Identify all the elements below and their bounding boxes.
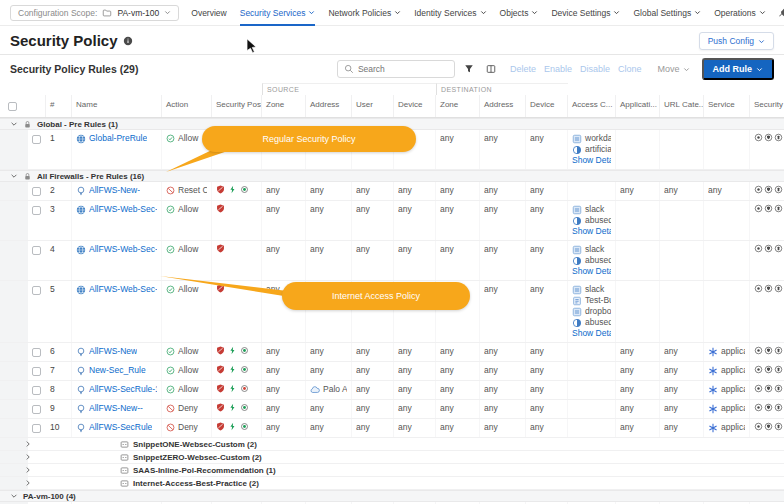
security-profile-icon[interactable]	[774, 422, 783, 431]
show-detail-link[interactable]: Show Detail	[572, 226, 611, 237]
snippet-snippetzero-websec-custom-2[interactable]: SnippetZERO-Websec-Custom (2)	[0, 451, 784, 464]
show-detail-link[interactable]: Show Detail	[572, 328, 611, 339]
info-icon[interactable]	[123, 36, 133, 46]
security-profile-icon[interactable]	[764, 384, 773, 393]
posture-status-green-icon[interactable]	[240, 403, 249, 412]
nav-overview[interactable]: Overview	[191, 0, 226, 26]
posture-bolt-icon[interactable]	[228, 185, 237, 194]
security-posture-shield-icon[interactable]	[216, 185, 225, 194]
security-profile-icon[interactable]	[764, 346, 773, 355]
security-posture-shield-icon[interactable]	[216, 244, 225, 253]
col-name[interactable]: Name	[72, 95, 162, 117]
select-all-checkbox[interactable]	[8, 102, 17, 111]
posture-status-green-icon[interactable]	[240, 346, 249, 355]
security-posture-shield-icon[interactable]	[216, 346, 225, 355]
rule-name-link[interactable]: AllFWS-New--	[89, 403, 143, 414]
col-zone[interactable]: Zone	[436, 95, 480, 117]
row-checkbox[interactable]	[32, 405, 41, 414]
security-profile-icon[interactable]	[774, 133, 783, 142]
section-all-firewalls-pre-rules-16[interactable]: All Firewalls - Pre Rules (16)	[0, 170, 784, 182]
posture-status-green-icon[interactable]	[240, 365, 249, 374]
security-profile-icon[interactable]	[774, 185, 783, 194]
show-detail-link[interactable]: Show Detail	[572, 266, 611, 277]
security-profile-icon[interactable]	[754, 346, 763, 355]
nav-global-settings[interactable]: Global Settings	[633, 0, 701, 26]
posture-bolt-icon[interactable]	[228, 384, 237, 393]
col-url-cate[interactable]: URL Cate...	[660, 95, 704, 117]
nav-objects[interactable]: Objects	[500, 0, 539, 26]
pin-icon[interactable]	[778, 8, 784, 18]
push-config-button[interactable]: Push Config	[699, 32, 774, 50]
snippet-internet-access-best-practice-2[interactable]: Internet-Access-Best-Practice (2)	[0, 477, 784, 490]
rule-name-link[interactable]: AllFWS-Web-Sec-Rule-1...	[89, 284, 157, 295]
col-access-c[interactable]: Access C...	[568, 95, 616, 117]
security-profile-icon[interactable]	[774, 403, 783, 412]
security-posture-shield-icon[interactable]	[216, 365, 225, 374]
filter-icon[interactable]	[462, 62, 477, 77]
security-profile-icon[interactable]	[774, 244, 783, 253]
search-input[interactable]	[358, 64, 448, 74]
chevron-right-icon[interactable]	[24, 479, 32, 487]
rule-name-link[interactable]: AllFWS-SecRule-1	[89, 384, 157, 395]
security-profile-icon[interactable]	[764, 284, 773, 293]
posture-bolt-icon[interactable]	[228, 422, 237, 431]
security-profile-icon[interactable]	[754, 403, 763, 412]
enable-button[interactable]: Enable	[544, 64, 572, 74]
rule-name-link[interactable]: AllFWS-New	[89, 346, 137, 357]
rule-name-link[interactable]: Global-PreRule	[89, 133, 147, 144]
security-profile-icon[interactable]	[754, 365, 763, 374]
posture-status-green-icon[interactable]	[240, 422, 249, 431]
chevron-down-icon[interactable]	[10, 172, 18, 180]
row-checkbox[interactable]	[32, 367, 41, 376]
security-profile-icon[interactable]	[774, 365, 783, 374]
row-checkbox[interactable]	[32, 286, 41, 295]
rule-name-link[interactable]: AllFWS-New-	[89, 185, 140, 196]
security-profile-icon[interactable]	[774, 284, 783, 293]
col-device[interactable]: Device	[394, 95, 436, 117]
clone-button[interactable]: Clone	[618, 64, 642, 74]
chevron-right-icon[interactable]	[24, 453, 32, 461]
row-checkbox[interactable]	[32, 246, 41, 255]
rule-name-link[interactable]: AllFWS-Web-Sec-Rule	[89, 244, 157, 255]
security-posture-shield-icon[interactable]	[216, 204, 225, 213]
move-button[interactable]: Move	[657, 64, 689, 74]
security-posture-shield-icon[interactable]	[216, 403, 225, 412]
security-profile-icon[interactable]	[764, 422, 773, 431]
row-checkbox[interactable]	[32, 348, 41, 357]
security-posture-shield-icon[interactable]	[216, 384, 225, 393]
security-profile-icon[interactable]	[764, 244, 773, 253]
rule-name-link[interactable]: AllFWS-Web-Sec-Rule-1	[89, 204, 157, 215]
row-checkbox[interactable]	[32, 424, 41, 433]
col-security-posture[interactable]: Security Posture	[212, 95, 262, 117]
col-zone[interactable]: Zone	[262, 95, 306, 117]
nav-operations[interactable]: Operations	[714, 0, 766, 26]
col-action[interactable]: Action	[162, 95, 212, 117]
chevron-right-icon[interactable]	[24, 440, 32, 448]
security-posture-shield-icon[interactable]	[216, 422, 225, 431]
chevron-down-icon[interactable]	[10, 120, 18, 128]
col-service[interactable]: Service	[704, 95, 750, 117]
posture-bolt-icon[interactable]	[228, 365, 237, 374]
rule-name-link[interactable]: AllFWS-SecRule	[89, 422, 152, 433]
row-checkbox[interactable]	[32, 187, 41, 196]
security-profile-icon[interactable]	[754, 422, 763, 431]
posture-bolt-icon[interactable]	[228, 403, 237, 412]
security-profile-icon[interactable]	[764, 133, 773, 142]
posture-status-green-icon[interactable]	[240, 185, 249, 194]
col-[interactable]: #	[46, 95, 72, 117]
row-checkbox[interactable]	[32, 135, 41, 144]
security-profile-icon[interactable]	[764, 185, 773, 194]
snippet-saas-inline-pol-recommendation-1[interactable]: SAAS-Inline-Pol-Recommendation (1)	[0, 464, 784, 477]
posture-status-red-icon[interactable]	[240, 384, 249, 393]
security-profile-icon[interactable]	[754, 185, 763, 194]
security-profile-icon[interactable]	[754, 204, 763, 213]
row-checkbox[interactable]	[32, 386, 41, 395]
configuration-scope-selector[interactable]: Configuration Scope: PA-vm-100	[10, 5, 179, 21]
disable-button[interactable]: Disable	[580, 64, 610, 74]
security-profile-icon[interactable]	[774, 384, 783, 393]
col-address[interactable]: Address	[306, 95, 352, 117]
security-profile-icon[interactable]	[774, 204, 783, 213]
col-security-profiles[interactable]: Security Profiles	[750, 95, 784, 117]
delete-button[interactable]: Delete	[510, 64, 536, 74]
security-profile-icon[interactable]	[754, 284, 763, 293]
